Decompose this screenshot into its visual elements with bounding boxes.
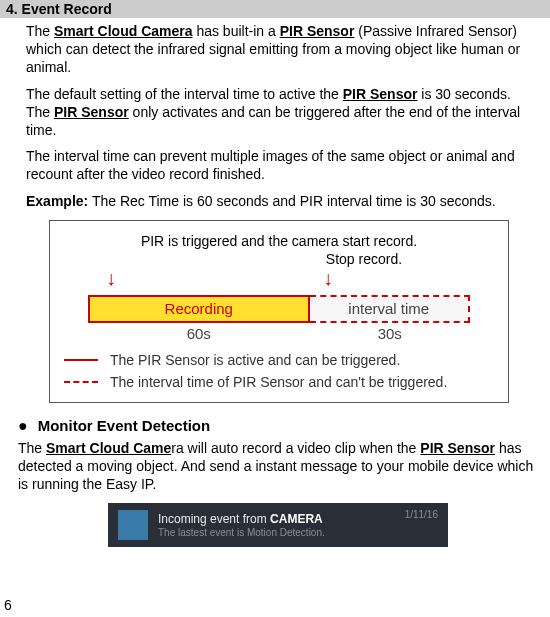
paragraph-2: The default setting of the interval time…: [26, 85, 532, 140]
text: has built-in a: [193, 23, 280, 39]
body-content-2: ● Monitor Event Detection The Smart Clou…: [0, 417, 550, 548]
arrow-row: ↓ ↓: [58, 269, 500, 295]
term-pir: PIR Sensor: [420, 440, 495, 456]
paragraph-4: Example: The Rec Time is 60 seconds and …: [26, 192, 532, 210]
legend-solid-line-icon: [64, 359, 98, 361]
text: The Rec Time is 60 seconds and PIR inter…: [88, 193, 496, 209]
term-pir: PIR Sensor: [54, 104, 129, 120]
arrow-down-icon: ↓: [323, 267, 333, 290]
subheading-text: Monitor Event Detection: [38, 417, 211, 434]
label-60s: 60s: [88, 325, 310, 342]
text: The: [18, 440, 46, 456]
diagram-label-trigger: PIR is triggered and the camera start re…: [58, 233, 500, 249]
recording-segment: Recording: [88, 295, 310, 323]
time-labels: 60s 30s: [88, 325, 470, 342]
interval-segment: interval time: [310, 295, 470, 323]
notification-body: Incoming event from CAMERA The lastest e…: [158, 512, 405, 538]
legend-active: The PIR Sensor is active and can be trig…: [64, 352, 500, 368]
diagram-label-stop: Stop record.: [58, 251, 500, 267]
section-header: 4. Event Record: [0, 0, 550, 18]
bullet-icon: ●: [18, 417, 28, 435]
legend-dashed-line-icon: [64, 381, 98, 383]
subheading-monitor: ● Monitor Event Detection: [18, 417, 538, 435]
paragraph-1: The Smart Cloud Camera has built-in a PI…: [26, 22, 532, 77]
camera-name: CAMERA: [270, 512, 323, 526]
label-30s: 30s: [310, 325, 470, 342]
timing-diagram: PIR is triggered and the camera start re…: [49, 220, 509, 403]
term-pir: PIR Sensor: [343, 86, 418, 102]
text: ra will auto record a video clip when th…: [171, 440, 420, 456]
notification-time: 1/11/16: [405, 509, 438, 520]
example-label: Example:: [26, 193, 88, 209]
page-number: 6: [4, 597, 12, 613]
legend-text: The PIR Sensor is active and can be trig…: [110, 352, 400, 368]
notification-subtitle: The lastest event is Motion Detection.: [158, 527, 405, 538]
text: Incoming event from: [158, 512, 270, 526]
legend-text: The interval time of PIR Sensor and can'…: [110, 374, 447, 390]
paragraph-3: The interval time can prevent multiple i…: [26, 147, 532, 183]
notification-preview: Incoming event from CAMERA The lastest e…: [108, 503, 448, 547]
legend-interval: The interval time of PIR Sensor and can'…: [64, 374, 500, 390]
arrow-down-icon: ↓: [106, 267, 116, 290]
term-camera: Smart Cloud Camera: [54, 23, 192, 39]
term-pir: PIR Sensor: [280, 23, 355, 39]
body-content: The Smart Cloud Camera has built-in a PI…: [0, 22, 550, 403]
paragraph-5: The Smart Cloud Camera will auto record …: [18, 439, 538, 494]
term-camera: Smart Cloud Came: [46, 440, 171, 456]
text: The: [26, 23, 54, 39]
notification-app-icon: [118, 510, 148, 540]
timeline: Recording interval time: [88, 295, 470, 323]
text: The default setting of the interval time…: [26, 86, 343, 102]
notification-title: Incoming event from CAMERA: [158, 512, 405, 526]
